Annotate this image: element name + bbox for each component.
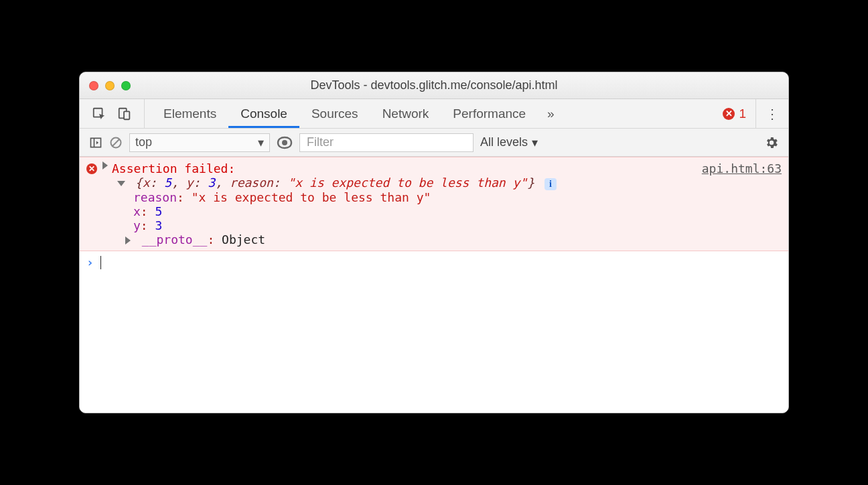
svg-marker-5 <box>96 141 98 144</box>
error-title: Assertion failed: <box>112 161 235 176</box>
expand-toggle-icon[interactable] <box>125 236 131 245</box>
clear-console-icon[interactable] <box>109 136 123 149</box>
object-property-y: y: 3 <box>86 218 782 232</box>
svg-line-7 <box>113 139 119 146</box>
zoom-window-button[interactable] <box>121 81 131 90</box>
text-cursor <box>100 256 101 269</box>
source-link[interactable]: api.html:63 <box>702 161 782 176</box>
settings-menu-button[interactable]: ⋮ <box>755 99 788 128</box>
info-badge-icon[interactable]: i <box>545 178 557 190</box>
object-property-x: x: 5 <box>86 204 782 218</box>
filter-input[interactable]: Filter <box>299 133 474 152</box>
console-output: ✕ Assertion failed: api.html:63 {x: 5, y… <box>80 157 788 413</box>
object-proto[interactable]: __proto__: Object <box>86 232 782 247</box>
error-count-value: 1 <box>739 107 746 121</box>
expand-toggle-icon[interactable] <box>102 161 108 169</box>
panel-tab-strip: Elements Console Sources Network Perform… <box>80 99 788 129</box>
context-value: top <box>135 135 152 149</box>
svg-rect-2 <box>124 111 129 119</box>
tab-console[interactable]: Console <box>228 99 299 128</box>
error-icon: ✕ <box>86 163 97 174</box>
prompt-caret-icon: › <box>86 255 94 269</box>
console-prompt[interactable]: › <box>80 251 788 273</box>
filter-placeholder: Filter <box>307 135 334 149</box>
execution-context-selector[interactable]: top ▾ <box>129 133 270 152</box>
inspect-element-icon[interactable] <box>92 107 106 121</box>
log-levels-selector[interactable]: All levels ▾ <box>480 135 538 150</box>
traffic-lights <box>80 81 131 90</box>
svg-rect-3 <box>91 138 101 147</box>
error-badge-icon: ✕ <box>723 108 735 120</box>
svg-point-8 <box>282 140 287 145</box>
titlebar: DevTools - devtools.glitch.me/console/ap… <box>80 72 788 99</box>
window-title: DevTools - devtools.glitch.me/console/ap… <box>80 78 788 92</box>
toggle-console-sidebar-icon[interactable] <box>89 136 102 149</box>
tab-network[interactable]: Network <box>370 99 441 128</box>
error-counter[interactable]: ✕ 1 <box>713 107 755 121</box>
collapse-toggle-icon[interactable] <box>117 181 125 186</box>
tab-performance[interactable]: Performance <box>441 99 538 128</box>
levels-label: All levels <box>480 135 528 149</box>
chevron-down-icon: ▾ <box>258 135 264 150</box>
live-expression-icon[interactable] <box>277 135 293 151</box>
minimize-window-button[interactable] <box>105 81 115 90</box>
object-property-reason: reason: "x is expected to be less than y… <box>86 190 782 204</box>
console-toolbar: top ▾ Filter All levels ▾ <box>80 129 788 157</box>
chevron-down-icon: ▾ <box>532 135 538 150</box>
close-window-button[interactable] <box>89 81 98 90</box>
console-error-message: ✕ Assertion failed: api.html:63 {x: 5, y… <box>80 157 788 251</box>
object-preview[interactable]: {x: 5, y: 3, reason: "x is expected to b… <box>86 176 782 190</box>
tab-elements[interactable]: Elements <box>151 99 228 128</box>
toggle-device-toolbar-icon[interactable] <box>117 107 132 121</box>
console-settings-icon[interactable] <box>764 135 779 150</box>
devtools-window: DevTools - devtools.glitch.me/console/ap… <box>79 72 789 413</box>
more-tabs-button[interactable]: » <box>538 99 564 128</box>
tab-sources[interactable]: Sources <box>299 99 370 128</box>
